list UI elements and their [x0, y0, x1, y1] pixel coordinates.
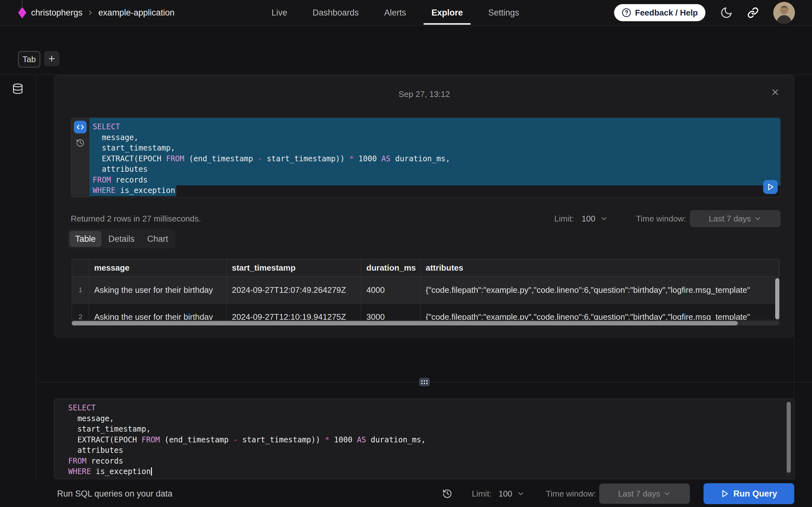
column-header-message[interactable]: message	[89, 259, 227, 277]
cell-attributes: {"code.filepath":"example.py","code.line…	[420, 303, 779, 320]
text-cursor	[151, 467, 152, 475]
results-table: messagestart_timestampduration_msattribu…	[72, 259, 779, 320]
left-rail	[0, 75, 36, 481]
cell-index: 2	[72, 303, 89, 320]
result-summary: Returned 2 rows in 27 milliseconds.	[71, 214, 201, 224]
query-result-card: Sep 27, 13:12 SELECT message, start_time…	[54, 75, 794, 337]
table-row[interactable]: 2Asking the user for their birthday2024-…	[72, 303, 779, 320]
sql-query-display[interactable]: SELECT message, start_timestamp, EXTRACT…	[90, 118, 780, 197]
top-nav-bar: christophergs example-application LiveDa…	[0, 0, 812, 26]
feedback-help-button[interactable]: Feedback / Help	[614, 4, 705, 21]
nav-item-explore[interactable]: Explore	[432, 8, 463, 18]
feedback-help-label: Feedback / Help	[635, 8, 698, 18]
result-meta-row: Returned 2 rows in 27 milliseconds. Limi…	[71, 209, 780, 228]
logfire-logo-icon[interactable]	[18, 7, 27, 19]
cell-index: 1	[72, 277, 89, 303]
limit-dropdown[interactable]	[600, 215, 608, 223]
view-tab-chart[interactable]: Chart	[142, 231, 174, 247]
code-line: message,	[90, 132, 780, 143]
breadcrumb-org[interactable]: christophergs	[31, 8, 83, 18]
editor-vertical-scrollbar[interactable]	[786, 401, 791, 476]
query-history-button[interactable]	[76, 138, 85, 147]
query-gutter	[71, 118, 90, 197]
nav-item-live[interactable]: Live	[271, 8, 287, 18]
cell-message: Asking the user for their birthday	[89, 303, 227, 320]
limit-value[interactable]: 100	[499, 489, 512, 499]
code-line: EXTRACT(EPOCH FROM (end_timestamp - star…	[65, 435, 794, 446]
user-avatar[interactable]	[773, 2, 795, 23]
chevron-down-icon	[663, 490, 671, 498]
main-nav: LiveDashboardsAlertsExploreSettings	[271, 0, 519, 25]
column-header-index	[72, 259, 89, 277]
topbar-actions: Feedback / Help	[614, 0, 795, 25]
explore-page: christophergs example-application LiveDa…	[0, 0, 812, 507]
editor-hint: Run SQL queries on your data	[57, 489, 172, 499]
run-query-button[interactable]: Run Query	[704, 483, 794, 504]
code-line: start_timestamp,	[90, 143, 780, 154]
grip-icon	[421, 380, 427, 384]
limit-label: Limit:	[472, 489, 492, 499]
time-window-button[interactable]: Last 7 days	[690, 210, 780, 227]
code-line: FROM records	[90, 175, 780, 186]
moon-icon	[720, 6, 733, 19]
nav-item-alerts[interactable]: Alerts	[384, 8, 406, 18]
nav-item-settings[interactable]: Settings	[488, 8, 519, 18]
sql-editor-input[interactable]: SELECT message, start_timestamp, EXTRACT…	[54, 399, 795, 479]
history-icon	[442, 489, 452, 499]
database-icon	[12, 83, 23, 95]
share-link-button[interactable]	[747, 7, 759, 18]
run-inline-query-button[interactable]	[763, 180, 778, 194]
question-circle-icon	[622, 8, 631, 17]
column-header-attributes[interactable]: attributes	[420, 259, 779, 277]
result-view-tabs: TableDetailsChart	[68, 229, 175, 248]
query-timestamp: Sep 27, 13:12	[55, 89, 794, 99]
editor-history-button[interactable]	[442, 489, 452, 499]
code-line: EXTRACT(EPOCH FROM (end_timestamp - star…	[90, 154, 780, 164]
limit-value[interactable]: 100	[582, 214, 595, 224]
cell-start_timestamp: 2024-09-27T12:07:49.264279Z	[227, 277, 361, 303]
time-window-label: Time window:	[636, 214, 686, 224]
table-vertical-scrollbar[interactable]	[775, 278, 779, 320]
play-icon	[767, 183, 774, 191]
code-line: start_timestamp,	[65, 424, 794, 435]
nav-item-dashboards[interactable]: Dashboards	[313, 8, 359, 18]
cell-attributes: {"code.filepath":"example.py","code.line…	[420, 277, 779, 303]
time-window-button[interactable]: Last 7 days	[599, 484, 690, 504]
limit-label: Limit:	[554, 214, 574, 224]
view-tab-details[interactable]: Details	[103, 231, 141, 247]
code-line: SELECT	[90, 118, 780, 132]
run-query-label: Run Query	[733, 489, 777, 499]
cell-message: Asking the user for their birthday	[89, 277, 227, 303]
code-icon	[77, 123, 84, 131]
close-icon	[770, 88, 780, 97]
history-icon	[76, 138, 85, 147]
code-line: attributes	[90, 164, 780, 175]
cell-start_timestamp: 2024-09-27T12:10:19.941275Z	[227, 303, 361, 320]
dark-mode-toggle[interactable]	[720, 6, 733, 19]
table-header-row: messagestart_timestampduration_msattribu…	[72, 259, 779, 277]
code-line: WHERE is_exception	[65, 466, 794, 477]
scrollbar-thumb[interactable]	[786, 402, 791, 473]
cell-duration_ms: 4000	[361, 277, 420, 303]
limit-dropdown[interactable]	[517, 490, 525, 498]
column-header-duration_ms[interactable]: duration_ms	[361, 259, 420, 277]
tab-label: Tab	[22, 55, 36, 64]
database-schema-button[interactable]	[12, 83, 23, 95]
close-card-button[interactable]	[770, 88, 780, 97]
time-window-value: Last 7 days	[618, 489, 660, 499]
code-line: WHERE is_exception	[90, 185, 780, 196]
column-header-start_timestamp[interactable]: start_timestamp	[227, 259, 361, 277]
cell-duration_ms: 3000	[361, 303, 420, 320]
pane-resize-handle[interactable]	[419, 378, 430, 386]
breadcrumb-project[interactable]: example-application	[98, 8, 174, 18]
add-tab-button[interactable]	[44, 51, 59, 66]
code-view-button[interactable]	[74, 121, 87, 133]
tab-button[interactable]: Tab	[18, 51, 40, 67]
view-tab-table[interactable]: Table	[69, 231, 101, 247]
time-window-value: Last 7 days	[709, 214, 751, 224]
scrollbar-thumb[interactable]	[72, 321, 738, 326]
sql-query-block[interactable]: SELECT message, start_timestamp, EXTRACT…	[71, 118, 780, 198]
table-row[interactable]: 1Asking the user for their birthday2024-…	[72, 277, 779, 303]
table-horizontal-scrollbar[interactable]	[72, 321, 779, 326]
chevron-down-icon	[600, 215, 608, 223]
